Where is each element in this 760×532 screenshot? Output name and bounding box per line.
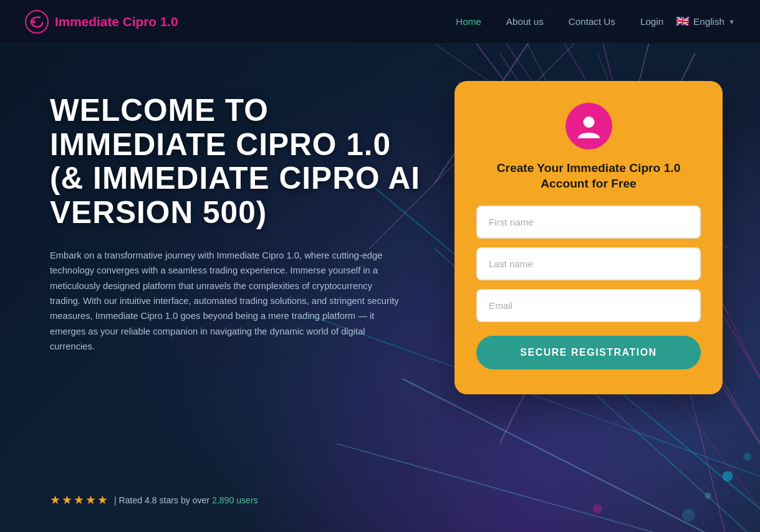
language-selector[interactable]: 🇬🇧 English ▼ [676,15,735,28]
last-name-input[interactable] [476,247,701,280]
card-title: Create Your Immediate Cipro 1.0 Account … [476,161,701,192]
nav-item-home[interactable]: Home [456,16,481,27]
svg-point-27 [32,20,36,23]
main-content: WELCOME TO IMMEDIATE CIPRO 1.0 (& IMMEDI… [0,44,760,532]
user-icon [575,112,603,140]
user-avatar-icon [565,103,612,150]
logo-text: Immediate Cipro 1.0 [55,14,178,29]
nav-item-contact[interactable]: Contact Us [569,16,615,27]
email-field [476,289,701,322]
navbar: Immediate Cipro 1.0 Home About us Contac… [0,0,760,44]
last-name-field [476,247,701,280]
left-content: WELCOME TO IMMEDIATE CIPRO 1.0 (& IMMEDI… [50,81,430,385]
email-input[interactable] [476,289,701,322]
logo-icon [25,10,49,34]
hero-description: Embark on a transformative journey with … [50,248,399,354]
register-button[interactable]: SECURE REGISTRATION [476,336,701,369]
registration-card: Create Your Immediate Cipro 1.0 Account … [455,81,723,394]
nav-item-login[interactable]: Login [640,16,663,27]
first-name-input[interactable] [476,206,701,239]
chevron-down-icon: ▼ [728,18,735,26]
hero-title: WELCOME TO IMMEDIATE CIPRO 1.0 (& IMMEDI… [50,93,430,229]
svg-point-26 [26,11,48,33]
language-label: English [693,16,724,27]
svg-point-28 [583,116,594,128]
nav-item-about[interactable]: About us [506,16,544,27]
nav-links: Home About us Contact Us Login [456,16,663,27]
first-name-field [476,206,701,239]
logo-container[interactable]: Immediate Cipro 1.0 [25,10,456,34]
flag-icon: 🇬🇧 [676,15,690,28]
